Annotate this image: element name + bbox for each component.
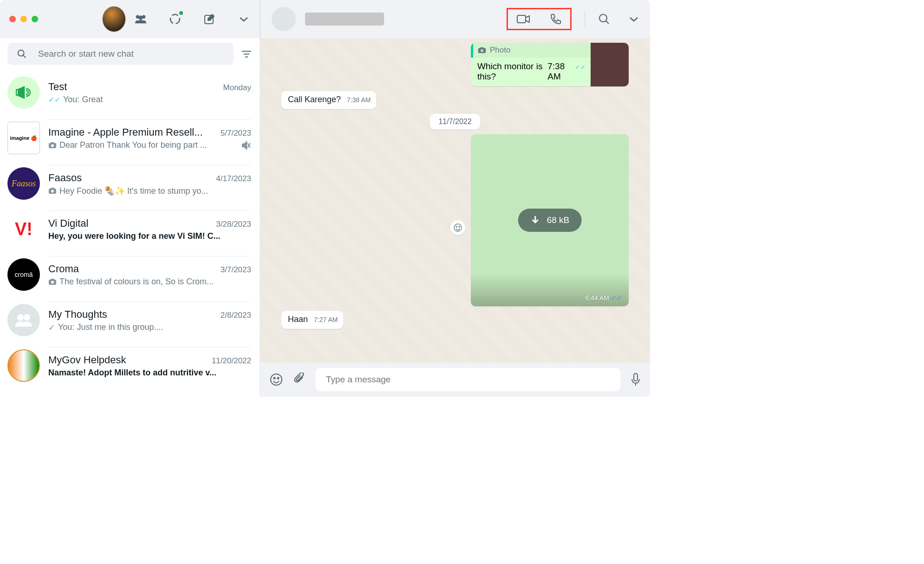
- svg-point-29: [274, 378, 275, 379]
- chat-time: 2/8/2023: [221, 311, 251, 320]
- window-controls: [9, 16, 38, 22]
- sent-tick-icon: ✓: [48, 322, 55, 333]
- chat-time: 11/20/2022: [212, 356, 251, 366]
- chat-snippet: Hey, you were looking for a new Vi SIM! …: [48, 231, 220, 241]
- chat-list-item[interactable]: TestMonday✓✓ You: Great: [0, 70, 260, 115]
- chat-snippet: Hey Foodie 🌯✨ It's time to stump yo...: [59, 186, 208, 196]
- message-input[interactable]: [326, 374, 610, 385]
- chat-snippet: You: Great: [63, 95, 103, 105]
- chat-name: Test: [48, 81, 67, 93]
- chat-messages: Photo Which monitor is this? 7:38 AM ✓✓ …: [260, 38, 650, 362]
- chat-snippet: Namaste! Adopt Millets to add nutritive …: [48, 368, 216, 378]
- read-tick-icon: ✓✓: [611, 294, 622, 302]
- incoming-message[interactable]: Call Karenge? 7:38 AM: [281, 91, 376, 109]
- chat-name: Imagine - Apple Premium Resell...: [48, 126, 203, 138]
- file-size: 68 kB: [547, 215, 570, 225]
- svg-point-19: [24, 314, 30, 321]
- svg-rect-11: [51, 142, 54, 144]
- camera-icon: [48, 142, 57, 149]
- search-input[interactable]: [38, 49, 224, 59]
- quoted-photo-message[interactable]: Photo Which monitor is this? 7:38 AM ✓✓: [471, 43, 629, 86]
- svg-rect-31: [634, 374, 638, 381]
- window-minimize[interactable]: [20, 16, 27, 22]
- chat-list: TestMonday✓✓ You: Greatimagine 🍎Imagine …: [0, 70, 260, 397]
- voice-call-icon[interactable]: [550, 13, 562, 25]
- message-time: 7:38 AM: [547, 61, 574, 82]
- svg-rect-14: [51, 188, 54, 189]
- chat-list-item[interactable]: cromāCroma3/7/2023 The festival of colou…: [0, 252, 260, 297]
- chat-name: Faasos: [48, 172, 82, 184]
- outgoing-media-message[interactable]: 68 kB 6:44 AM ✓✓: [471, 134, 629, 306]
- mic-icon[interactable]: [631, 373, 641, 387]
- filter-icon[interactable]: [241, 49, 252, 59]
- incoming-message[interactable]: Haan 7:27 AM: [281, 311, 343, 329]
- chat-name: MyGov Helpdesk: [48, 354, 126, 366]
- download-button[interactable]: 68 kB: [518, 209, 582, 232]
- chat-time: 3/7/2023: [221, 265, 251, 275]
- contact-avatar[interactable]: [272, 7, 296, 31]
- my-profile-avatar[interactable]: [102, 6, 126, 32]
- chat-snippet: You: Just me in this group....: [58, 322, 163, 332]
- chat-menu-chevron-icon[interactable]: [629, 16, 639, 22]
- svg-rect-7: [244, 53, 249, 55]
- chat-snippet: The festival of colours is on, So is Cro…: [59, 277, 214, 287]
- muted-icon: [241, 141, 251, 150]
- attach-icon[interactable]: [293, 373, 306, 387]
- camera-icon: [478, 46, 486, 54]
- menu-chevron-icon[interactable]: [237, 13, 250, 26]
- chat-name: Croma: [48, 263, 79, 275]
- photo-thumbnail: [591, 43, 629, 86]
- read-tick-icon: ✓✓: [48, 95, 60, 104]
- chat-list-item[interactable]: MyGov Helpdesk11/20/2022Namaste! Adopt M…: [0, 343, 260, 388]
- svg-point-10: [51, 144, 54, 147]
- read-tick-icon: ✓✓: [575, 63, 586, 71]
- svg-rect-8: [245, 56, 248, 58]
- svg-rect-6: [242, 51, 251, 52]
- chat-list-item[interactable]: imagine 🍎Imagine - Apple Premium Resell.…: [0, 115, 260, 161]
- emoji-picker-icon[interactable]: [269, 373, 283, 387]
- chat-time: 3/28/2023: [216, 220, 251, 229]
- contact-name-redacted: [305, 13, 384, 26]
- download-arrow-icon: [530, 215, 540, 225]
- svg-rect-20: [517, 15, 526, 23]
- chat-time: 4/17/2023: [216, 174, 251, 184]
- new-chat-icon[interactable]: [203, 13, 216, 26]
- chat-list-item[interactable]: V!Vi Digital3/28/2023Hey, you were looki…: [0, 206, 260, 252]
- svg-point-27: [459, 226, 460, 227]
- camera-icon: [48, 187, 57, 194]
- svg-point-21: [599, 14, 607, 22]
- react-emoji-button[interactable]: [450, 220, 465, 235]
- chat-list-item[interactable]: FaasosFaasos4/17/2023 Hey Foodie 🌯✨ It's…: [0, 161, 260, 206]
- chat-name: My Thoughts: [48, 308, 107, 321]
- left-header: [0, 0, 260, 38]
- window-close[interactable]: [9, 16, 16, 22]
- date-divider: 11/7/2022: [430, 114, 480, 130]
- search-box[interactable]: [7, 43, 234, 65]
- message-text: Which monitor is this?: [477, 61, 547, 82]
- message-text: Haan: [288, 315, 308, 324]
- message-text: Call Karenge?: [288, 95, 341, 104]
- window-maximize[interactable]: [32, 16, 38, 22]
- chat-snippet: Dear Patron Thank You for being part ...: [59, 140, 207, 150]
- chat-name: Vi Digital: [48, 217, 88, 230]
- communities-icon[interactable]: [134, 13, 147, 26]
- svg-rect-17: [51, 279, 54, 280]
- svg-point-13: [51, 190, 54, 193]
- svg-point-23: [481, 49, 483, 52]
- svg-point-26: [456, 226, 457, 227]
- svg-point-2: [138, 16, 143, 20]
- chat-time: Monday: [223, 83, 251, 92]
- svg-point-3: [170, 14, 180, 24]
- chat-header: [260, 0, 650, 38]
- chat-list-item[interactable]: My Thoughts2/8/2023✓ You: Just me in thi…: [0, 297, 260, 343]
- video-call-icon[interactable]: [516, 14, 530, 24]
- message-time: 7:27 AM: [314, 316, 338, 323]
- status-icon[interactable]: [169, 13, 182, 26]
- message-input-wrapper[interactable]: [316, 368, 620, 391]
- svg-point-16: [51, 281, 54, 284]
- svg-point-28: [271, 374, 282, 385]
- svg-point-18: [17, 314, 24, 321]
- svg-point-30: [278, 378, 279, 379]
- call-buttons-highlight: [507, 8, 572, 30]
- search-in-chat-icon[interactable]: [598, 13, 610, 25]
